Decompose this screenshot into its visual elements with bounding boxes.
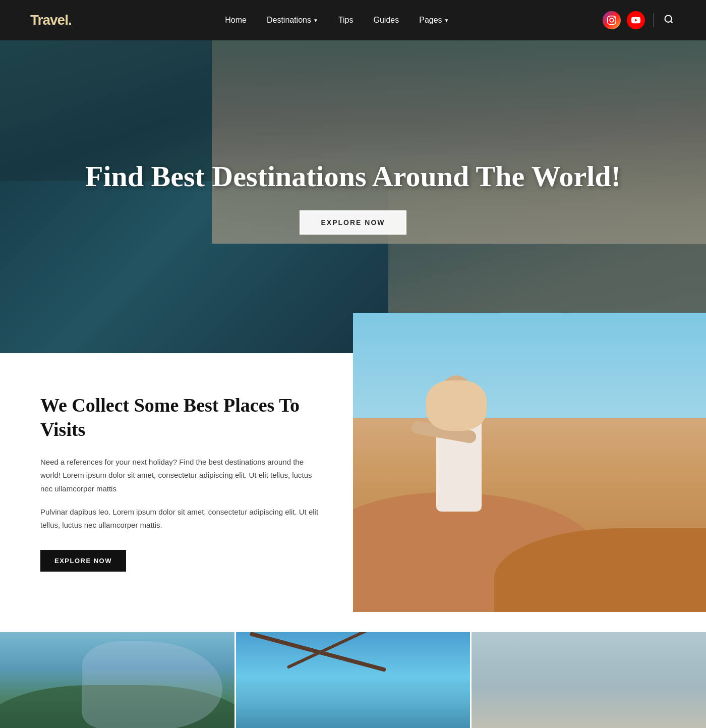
- gallery-section: [0, 632, 706, 728]
- youtube-button[interactable]: [627, 11, 645, 29]
- nav-guides-label: Guides: [374, 16, 399, 25]
- nav-divider: [653, 13, 654, 27]
- nav-right: [603, 11, 676, 29]
- about-section: We Collect Some Best Places To Visits Ne…: [0, 353, 706, 612]
- gallery-item-1[interactable]: [0, 632, 234, 728]
- instagram-icon: [607, 16, 616, 25]
- gallery-image-3: [472, 632, 706, 728]
- gallery-image-2: [236, 632, 470, 728]
- hero-title: Find Best Destinations Around The World!: [85, 159, 621, 194]
- about-paragraph-1: Need a references for your next holiday?…: [40, 456, 323, 495]
- destinations-chevron-icon: ▼: [313, 18, 318, 23]
- nav-links: Home Destinations ▼ Tips Guides Pages ▼: [225, 16, 449, 25]
- instagram-button[interactable]: [603, 11, 621, 29]
- gallery-item-3[interactable]: [472, 632, 706, 728]
- about-left: We Collect Some Best Places To Visits Ne…: [0, 353, 353, 612]
- logo-dot: .: [68, 12, 72, 28]
- gallery-item-2[interactable]: [236, 632, 470, 728]
- about-image: [353, 313, 706, 612]
- hero-content: Find Best Destinations Around The World!…: [85, 159, 621, 235]
- gallery-image-1: [0, 632, 234, 728]
- svg-line-1: [671, 21, 673, 23]
- site-logo[interactable]: Travel.: [30, 12, 72, 28]
- nav-destinations[interactable]: Destinations ▼: [267, 16, 318, 25]
- search-button[interactable]: [662, 12, 676, 29]
- person-wrap: [426, 380, 487, 431]
- person-figure: [406, 375, 507, 567]
- nav-tips[interactable]: Tips: [338, 16, 354, 25]
- logo-text: Travel: [30, 12, 68, 28]
- about-paragraph-2: Pulvinar dapibus leo. Lorem ipsum dolor …: [40, 506, 323, 532]
- nav-home[interactable]: Home: [225, 16, 247, 25]
- hero-section: Find Best Destinations Around The World!…: [0, 40, 706, 353]
- pages-chevron-icon: ▼: [444, 18, 449, 23]
- youtube-icon: [631, 16, 640, 25]
- nav-guides[interactable]: Guides: [374, 16, 399, 25]
- nav-pages-label: Pages: [419, 16, 442, 25]
- nav-tips-label: Tips: [338, 16, 354, 25]
- nav-destinations-label: Destinations: [267, 16, 311, 25]
- hero-explore-button[interactable]: EXPLORE NOW: [300, 210, 406, 235]
- about-explore-button[interactable]: EXPLORE NOW: [40, 550, 126, 572]
- about-right: [353, 353, 706, 612]
- navbar: Travel. Home Destinations ▼ Tips Guides: [0, 0, 706, 40]
- nav-home-label: Home: [225, 16, 247, 25]
- blossom-branch: [236, 632, 470, 728]
- svg-point-0: [665, 15, 672, 22]
- nav-pages[interactable]: Pages ▼: [419, 16, 449, 25]
- search-icon: [664, 14, 674, 24]
- about-title: We Collect Some Best Places To Visits: [40, 394, 323, 441]
